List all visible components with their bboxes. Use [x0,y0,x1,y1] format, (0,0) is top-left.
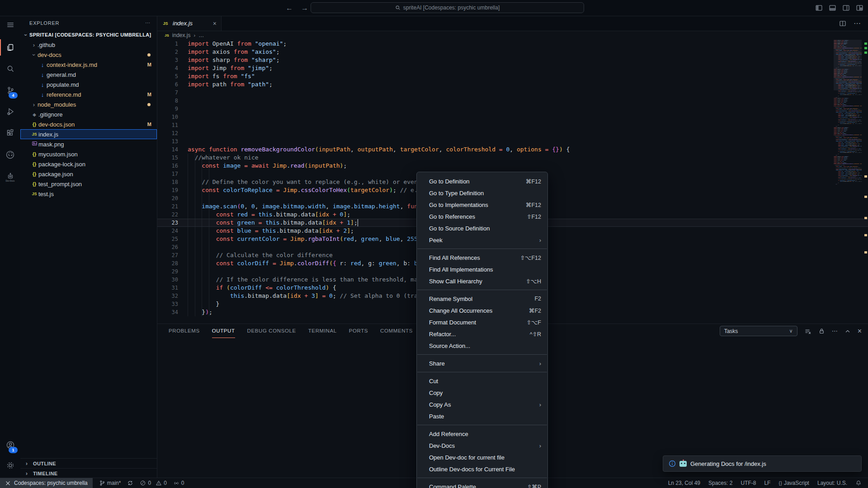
code-line[interactable]: 10 [157,113,868,121]
code-line[interactable]: 14async function removeBackgroundColor(i… [157,145,868,154]
menu-item-open-dev-doc-for-current-file[interactable]: Open Dev-doc for current file [417,451,547,463]
source-control-icon[interactable]: 4 [0,81,20,99]
panel-tab-output[interactable]: OUTPUT [212,324,235,338]
lock-icon[interactable] [818,328,825,334]
account-icon[interactable]: 1 [0,436,20,454]
tree-root-folder[interactable]: ›SPRITEAI [CODESPACES: PSYCHIC UMBRELLA] [20,30,157,40]
tree-item-package-json[interactable]: {}package.json [20,169,157,179]
language-mode[interactable]: { } JavaScript [778,480,809,486]
tree-item-reference-md[interactable]: ↓reference.mdM [20,89,157,99]
eol-sequence[interactable]: LF [764,480,770,486]
panel-tab-ports[interactable]: PORTS [349,324,368,338]
problems-status[interactable]: 0 0 [140,480,166,486]
command-center-search[interactable]: spriteAI [Codespaces: psychic umbrella] [311,2,584,13]
close-panel-icon[interactable]: × [858,327,862,335]
code-line[interactable]: 4import Jimp from "jimp"; [157,64,868,72]
menu-item-source-action-[interactable]: Source Action... [417,340,547,352]
code-line[interactable]: 2import axios from "axios"; [157,48,868,56]
extensions-icon[interactable] [0,124,20,142]
code-line[interactable]: 15 //whatever ok nice [157,154,868,162]
code-line[interactable]: 3import sharp from "sharp"; [157,56,868,64]
tree-item-dev-docs[interactable]: ›dev-docs [20,50,157,60]
code-line[interactable]: 13 [157,137,868,145]
menu-item-go-to-source-definition[interactable]: Go to Source Definition [417,222,547,234]
tree-item-dev-docs-json[interactable]: {}dev-docs.jsonM [20,119,157,129]
menu-item-format-document[interactable]: Format Document⇧⌥F [417,316,547,328]
tree-item-package-lock-json[interactable]: {}package-lock.json [20,159,157,169]
menu-item-refactor-[interactable]: Refactor...^⇧R [417,328,547,340]
toggle-sidebar-icon[interactable] [815,4,823,12]
tree-item-node-modules[interactable]: ›node_modules [20,99,157,109]
timeline-section[interactable]: › TIMELINE [20,468,157,478]
tree-item-index-js[interactable]: JSindex.js [20,129,157,139]
menu-hamburger-icon[interactable] [0,16,20,34]
menu-item-change-all-occurrences[interactable]: Change All Occurrences⌘F2 [417,305,547,316]
clear-output-icon[interactable] [804,328,811,335]
minimap[interactable]: import OpenAI from "openai";import axios… [834,40,862,296]
menu-item-share[interactable]: Share› [417,357,547,369]
breadcrumb-file[interactable]: index.js [172,32,191,38]
tab-index-js[interactable]: JS index.js × [157,16,222,31]
sync-status[interactable] [127,480,133,486]
outline-section[interactable]: › OUTLINE [20,458,157,468]
remote-indicator[interactable]: Codespaces: psychic umbrella [0,478,93,488]
panel-tab-comments[interactable]: COMMENTS [380,324,413,338]
nav-forward-icon[interactable]: → [301,4,308,12]
indentation[interactable]: Spaces: 2 [708,480,732,486]
tab-close-icon[interactable]: × [213,20,217,27]
keyboard-layout[interactable]: Layout: U.S. [817,480,847,486]
customize-layout-icon[interactable] [856,4,863,12]
menu-item-rename-symbol[interactable]: Rename SymbolF2 [417,293,547,305]
tree-item-test-prompt-json[interactable]: {}test_prompt.json [20,179,157,189]
panel-tab-terminal[interactable]: TERMINAL [308,324,337,338]
menu-item-go-to-references[interactable]: Go to References⇧F12 [417,211,547,222]
menu-item-go-to-implementations[interactable]: Go to Implementations⌘F12 [417,199,547,211]
settings-gear-icon[interactable] [0,456,20,474]
breadcrumb-symbol[interactable]: … [198,32,204,38]
menu-item-paste[interactable]: Paste [417,410,547,422]
dev-docs-view-icon[interactable]: Dev-Docs [0,167,20,185]
code-line[interactable]: 12 [157,129,868,137]
encoding[interactable]: UTF-8 [741,480,756,486]
code-line[interactable]: 1import OpenAI from "openai"; [157,40,868,48]
tree-item-mask-png[interactable]: mask.png [20,139,157,149]
run-debug-icon[interactable] [0,103,20,121]
tree-item-context-index-js-md[interactable]: ↓context-index.js.mdM [20,60,157,70]
code-line[interactable]: 16 const image = await Jimp.read(inputPa… [157,162,868,170]
menu-item-copy-as[interactable]: Copy As› [417,399,547,410]
split-editor-icon[interactable] [839,20,846,27]
nav-back-icon[interactable]: ← [286,4,293,12]
maximize-panel-icon[interactable] [844,328,851,334]
menu-item-add-reference[interactable]: Add Reference [417,428,547,440]
tree-item--gitignore[interactable]: ◆.gitignore [20,109,157,119]
editor-more-actions-icon[interactable]: ⋯ [854,19,861,28]
menu-item-go-to-definition[interactable]: Go to Definition⌘F12 [417,175,547,187]
code-line[interactable]: 7 [157,89,868,97]
code-line[interactable]: 5import fs from "fs" [157,72,868,80]
toggle-secondary-sidebar-icon[interactable] [842,4,850,12]
tree-item-mycustom-json[interactable]: {}mycustom.json [20,149,157,159]
bell-icon[interactable] [855,480,862,486]
code-line[interactable]: 8 [157,97,868,105]
cursor-position[interactable]: Ln 23, Col 49 [668,480,700,486]
menu-item-cut[interactable]: Cut [417,375,547,387]
menu-item-outline-dev-docs-for-current-file[interactable]: Outline Dev-docs for Current File [417,463,547,475]
output-channel-select[interactable]: Tasks ∨ [720,326,797,336]
explorer-actions-icon[interactable]: ⋯ [145,20,151,26]
tree-item--github[interactable]: ›.github [20,40,157,50]
panel-tab-problems[interactable]: PROBLEMS [169,324,200,338]
toggle-panel-icon[interactable] [829,4,836,12]
tree-item-general-md[interactable]: ↓general.md [20,70,157,80]
menu-item-show-call-hierarchy[interactable]: Show Call Hierarchy⇧⌥H [417,275,547,287]
menu-item-copy[interactable]: Copy [417,387,547,399]
notification-toast[interactable]: Generating Docs for /index.js [663,455,862,472]
github-icon[interactable] [0,145,20,164]
code-line[interactable]: 11 [157,121,868,129]
menu-item-peek[interactable]: Peek› [417,234,547,246]
menu-item-command-palette-[interactable]: Command Palette...⇧⌘P [417,481,547,488]
menu-item-go-to-type-definition[interactable]: Go to Type Definition [417,187,547,199]
tree-item-test-js[interactable]: JStest.js [20,189,157,199]
ports-status[interactable]: 0 [173,480,184,486]
menu-item-find-all-references[interactable]: Find All References⇧⌥F12 [417,252,547,263]
panel-more-actions-icon[interactable]: ⋯ [832,328,838,334]
